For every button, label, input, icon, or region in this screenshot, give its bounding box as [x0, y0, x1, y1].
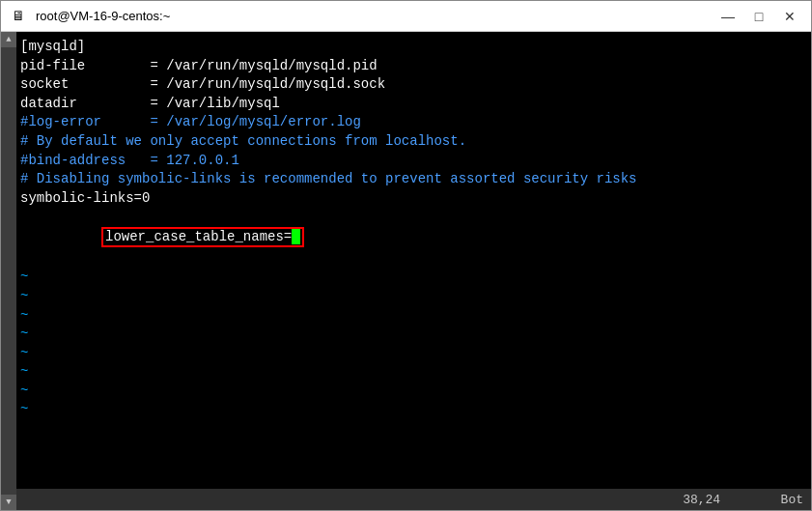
maximize-button[interactable]: □ — [745, 6, 772, 27]
tilde-line: ~ — [20, 287, 807, 306]
status-mode: Bot — [781, 493, 803, 507]
window-icon: 🖥 — [9, 7, 28, 26]
scrollbar-right[interactable]: ▲ ▼ — [1, 32, 16, 510]
window: 🖥 root@VM-16-9-centos:~ — □ ✕ ▲ ▼ [mysql… — [0, 0, 812, 511]
tilde-line: ~ — [20, 344, 807, 363]
lower-case-table-names-line: lower_case_table_names= — [20, 208, 807, 266]
terminal-line-comment: # Disabling symbolic-links is recommende… — [20, 170, 807, 189]
window-title: root@VM-16-9-centos:~ — [36, 9, 714, 23]
window-controls: — □ ✕ — [714, 6, 803, 27]
tilde-line: ~ — [20, 400, 807, 419]
scrollbar-track — [1, 47, 16, 495]
tilde-line: ~ — [20, 325, 807, 344]
terminal-line: [mysqld] — [20, 38, 807, 57]
minimize-button[interactable]: — — [714, 6, 742, 27]
terminal-line-comment: #bind-address = 127.0.0.1 — [20, 152, 807, 171]
tilde-line: ~ — [20, 306, 807, 326]
tilde-line: ~ — [20, 382, 807, 401]
terminal-line-comment: # By default we only accept connections … — [20, 132, 807, 152]
terminal-container: ▲ ▼ [mysqld] pid-file = /var/run/mysqld/… — [1, 32, 811, 510]
status-spacer — [720, 493, 780, 507]
terminal-line: pid-file = /var/run/mysqld/mysqld.pid — [20, 57, 807, 76]
terminal-line: datadir = /var/lib/mysql — [20, 95, 807, 114]
cursor-position: 38,24 — [683, 493, 720, 507]
close-button[interactable]: ✕ — [776, 6, 803, 27]
terminal-line: socket = /var/run/mysqld/mysqld.sock — [20, 75, 807, 95]
title-bar: 🖥 root@VM-16-9-centos:~ — □ ✕ — [1, 1, 811, 32]
highlighted-text: lower_case_table_names= — [101, 227, 304, 247]
scroll-down-arrow[interactable]: ▼ — [1, 495, 16, 510]
terminal-line-comment: #log-error = /var/log/mysql/error.log — [20, 113, 807, 132]
scroll-up-arrow[interactable]: ▲ — [1, 32, 16, 47]
tilde-line: ~ — [20, 268, 807, 287]
tilde-section: ~ ~ ~ ~ ~ ~ ~ ~ — [20, 268, 807, 419]
terminal-content: [mysqld] pid-file = /var/run/mysqld/mysq… — [16, 32, 811, 489]
terminal-line: symbolic-links=0 — [20, 189, 807, 209]
terminal[interactable]: [mysqld] pid-file = /var/run/mysqld/mysq… — [16, 32, 811, 510]
cursor — [292, 229, 300, 244]
tilde-line: ~ — [20, 362, 807, 382]
status-bar: 38,24 Bot — [16, 489, 811, 510]
